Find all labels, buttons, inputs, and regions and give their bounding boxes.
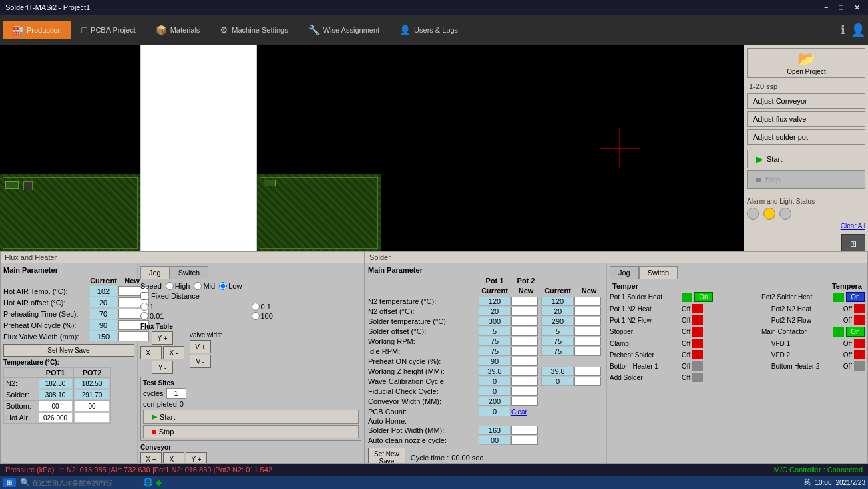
- sw-maincon-btn[interactable]: On: [846, 327, 865, 337]
- sp-n2temp-p2-new[interactable]: [574, 297, 601, 306]
- flux-x-plus-btn[interactable]: X +: [140, 346, 162, 359]
- sp-phcyc-p1-new[interactable]: [511, 357, 538, 366]
- sp-wrpm-p2-new[interactable]: [574, 337, 601, 346]
- adjust-conveyor-btn[interactable]: Adjust Conveyor: [747, 93, 865, 109]
- stop-btn[interactable]: ■ Stop: [747, 170, 865, 189]
- flux-temp-n2-pot2[interactable]: [75, 379, 109, 388]
- flux-temp-solder-pot1[interactable]: [39, 390, 72, 399]
- solder-pot1-header: Pot 1: [479, 277, 511, 285]
- nav-wise[interactable]: 🔧 Wise Assignment: [299, 21, 389, 39]
- sp-wave-p2-new[interactable]: [574, 377, 601, 386]
- cycles-input[interactable]: [166, 388, 186, 399]
- sp-soldoff-p1-new[interactable]: [511, 327, 538, 336]
- flux-y-minus-btn[interactable]: Y -: [152, 361, 173, 374]
- flux-y-plus-btn[interactable]: Y +: [152, 331, 173, 345]
- valve-v-minus-btn[interactable]: V -: [190, 355, 211, 368]
- grid-view-btn[interactable]: ⊞: [841, 234, 865, 253]
- sp-convw-p1-new[interactable]: [511, 397, 538, 406]
- sp-pcbc-clear-link[interactable]: Clear: [511, 408, 541, 416]
- start-btn[interactable]: ▶ Start: [747, 150, 865, 168]
- solder-section-title: Main Parameter: [368, 266, 604, 274]
- cameras-area: 📂 Open Project 1-20.ssp Adjust Conveyor …: [0, 45, 868, 251]
- fixed-distance-check[interactable]: [140, 292, 148, 300]
- flux-temp-bottom-pot1[interactable]: [39, 401, 72, 411]
- conv-x-plus[interactable]: X +: [140, 452, 162, 463]
- flux-tab-switch[interactable]: Switch: [170, 266, 208, 279]
- sw-pot2-sh-btn[interactable]: On: [846, 292, 865, 302]
- solder-tab-switch[interactable]: Switch: [639, 266, 678, 279]
- dist-01-radio[interactable]: [252, 303, 260, 311]
- sp-soldtemp-p1-cur: 300: [479, 317, 511, 326]
- edge-browser-icon[interactable]: 🌐: [143, 478, 153, 487]
- speed-mid-radio[interactable]: [194, 282, 202, 290]
- windows-start-btn[interactable]: ⊞: [3, 478, 16, 487]
- sp-irpm-p2-new[interactable]: [574, 347, 601, 356]
- dist-100-radio[interactable]: [252, 312, 260, 320]
- sw-pot2-n2-heat: Pot2 N2 Heat Off: [771, 304, 865, 313]
- pressure-status: Pressure (kPa): ::: N2: 013.985 |Air: 73…: [5, 466, 272, 474]
- flux-temp-bottom-pot2[interactable]: [75, 401, 109, 411]
- taskbar-date: 2021/2/23: [836, 479, 866, 486]
- dist-001-radio[interactable]: [140, 312, 148, 320]
- sp-soldoff-p2-new[interactable]: [574, 327, 601, 336]
- conveyor-btns: X + X - Y + Y -: [140, 452, 361, 463]
- adjust-flux-btn[interactable]: Adjust flux valve: [747, 111, 865, 127]
- flux-temp-row-bottom: Bottom:: [4, 401, 111, 412]
- cycles-row: cycles: [143, 388, 359, 399]
- sp-wz-p1-new[interactable]: [511, 367, 538, 376]
- nav-pcba[interactable]: □ PCBA Project: [73, 21, 145, 39]
- sw-pot1-n2h-indicator: [692, 304, 703, 313]
- flux-x-minus-btn[interactable]: X -: [163, 346, 184, 359]
- close-btn[interactable]: ✕: [851, 3, 863, 12]
- user-icon[interactable]: 👤: [851, 23, 865, 37]
- flux-temp-hotair-pot1[interactable]: [39, 413, 72, 422]
- minimize-btn[interactable]: −: [821, 3, 831, 12]
- sp-wave-p1-new[interactable]: [511, 377, 538, 386]
- sp-n2off-p2-new[interactable]: [574, 307, 601, 316]
- flux-panel-title: Flux and Heater: [1, 252, 364, 263]
- speed-low-radio[interactable]: [219, 282, 227, 290]
- solder-tab-jog[interactable]: Jog: [610, 266, 639, 279]
- sp-n2off-p1-new[interactable]: [511, 307, 538, 316]
- dist-1-radio[interactable]: [140, 303, 148, 311]
- nav-production[interactable]: 🏭 Production: [3, 21, 71, 39]
- sp-wrpm-p1-new[interactable]: [511, 337, 538, 346]
- flux-set-new-save-btn[interactable]: Set New Save: [3, 344, 134, 357]
- clear-all-link[interactable]: Clear All: [747, 222, 865, 230]
- sp-soldtemp-p2-new[interactable]: [574, 317, 601, 326]
- flux-tab-jog[interactable]: Jog: [140, 266, 170, 279]
- conv-x-minus[interactable]: X -: [163, 452, 184, 463]
- valve-v-plus-btn[interactable]: V +: [190, 340, 211, 353]
- sw-stopper-indicator: [692, 327, 703, 337]
- conv-y-plus[interactable]: Y +: [186, 452, 207, 463]
- flux-temp-hotair-pot2[interactable]: [75, 413, 109, 422]
- sling-app-icon[interactable]: ◆: [156, 478, 162, 487]
- flux-temp-solder-pot2[interactable]: [75, 390, 109, 399]
- nav-machine[interactable]: ⚙ Machine Settings: [210, 21, 297, 39]
- sp-wz-p2-new[interactable]: [574, 367, 601, 376]
- sp-irpm-p1-cur: 75: [479, 347, 511, 356]
- info-icon[interactable]: ℹ: [841, 23, 845, 37]
- sw-pot1-sh-btn[interactable]: On: [694, 292, 713, 302]
- adjust-solder-btn[interactable]: Adjust solder pot: [747, 129, 865, 145]
- sp-irpm-p1-new[interactable]: [511, 347, 538, 356]
- sp-potw-p1-new[interactable]: [511, 426, 538, 435]
- solder-set-new-save-btn[interactable]: Set NewSave: [368, 448, 405, 463]
- sp-soldtemp-p1-new[interactable]: [511, 317, 538, 326]
- sp-n2temp-p1-new[interactable]: [511, 297, 538, 306]
- nav-users[interactable]: 👤 Users & Logs: [390, 21, 467, 39]
- maximize-btn[interactable]: □: [836, 3, 846, 12]
- test-stop-btn[interactable]: ■ Stop: [143, 425, 359, 438]
- open-project-btn[interactable]: 📂 Open Project: [747, 48, 865, 78]
- materials-icon: 📦: [156, 25, 167, 35]
- taskbar-search-input[interactable]: [32, 477, 139, 488]
- nav-materials[interactable]: 📦 Materials: [146, 21, 210, 39]
- sp-fid-p1-new[interactable]: [511, 387, 538, 396]
- nav-production-label: Production: [27, 26, 62, 34]
- alarm-section: Alarm and Light Status Clear All: [747, 198, 865, 230]
- sp-autocln-p1-new[interactable]: [511, 436, 538, 445]
- speed-high-radio[interactable]: [166, 282, 174, 290]
- test-start-btn[interactable]: ▶ Start: [143, 410, 359, 424]
- test-sites-title: Test Sites: [143, 379, 359, 387]
- flux-temp-n2-pot1[interactable]: [39, 379, 72, 388]
